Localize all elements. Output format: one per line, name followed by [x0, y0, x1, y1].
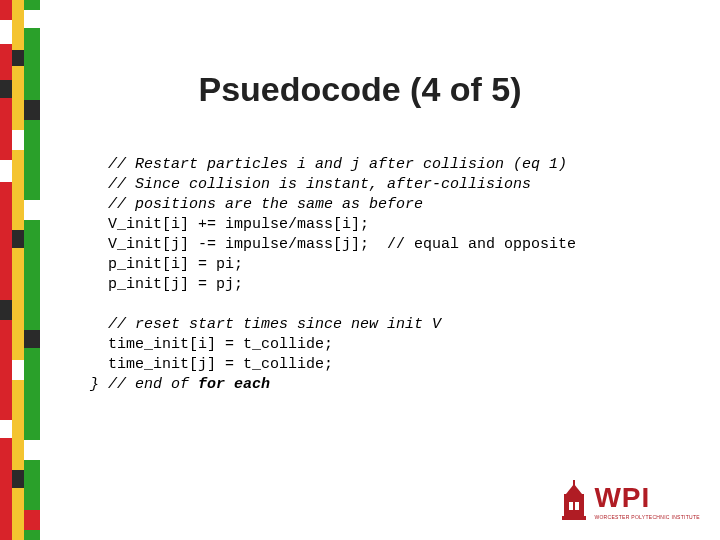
svg-rect-5 — [573, 480, 575, 486]
svg-rect-1 — [562, 516, 586, 520]
code-line: } // end of — [90, 376, 198, 393]
code-line: V_init[j] -= impulse/mass[j]; // equal a… — [90, 236, 576, 253]
code-line: // positions are the same as before — [90, 196, 423, 213]
slide-title: Psuedocode (4 of 5) — [0, 70, 720, 109]
code-line: time_init[j] = t_collide; — [90, 356, 333, 373]
code-line: p_init[j] = pj; — [90, 276, 243, 293]
code-line: // reset start times since new init V — [90, 316, 441, 333]
logo-text: WPI — [594, 484, 700, 512]
code-line: // Since collision is instant, after-col… — [90, 176, 531, 193]
logo-subtitle: WORCESTER POLYTECHNIC INSTITUTE — [594, 514, 700, 520]
tower-icon — [560, 480, 588, 520]
svg-rect-3 — [569, 502, 573, 510]
code-line: time_init[i] = t_collide; — [90, 336, 333, 353]
code-line: V_init[i] += impulse/mass[i]; — [90, 216, 369, 233]
svg-rect-4 — [575, 502, 579, 510]
code-line: // Restart particles i and j after colli… — [90, 156, 567, 173]
pseudocode-block: // Restart particles i and j after colli… — [90, 155, 690, 395]
wpi-logo: WPI WORCESTER POLYTECHNIC INSTITUTE — [560, 480, 700, 520]
svg-rect-0 — [564, 494, 584, 518]
code-line-bold: for each — [198, 376, 270, 393]
code-line: p_init[i] = pi; — [90, 256, 243, 273]
